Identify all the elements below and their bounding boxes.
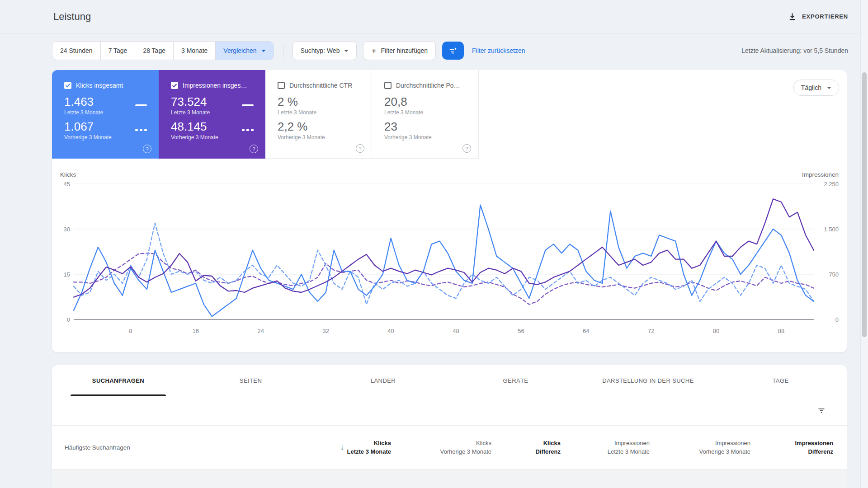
svg-text:8: 8 <box>129 328 132 334</box>
svg-text:64: 64 <box>583 328 589 334</box>
column-header-impressionen-vorherige-3-monate[interactable]: ImpressionenVorherige 3 Monate <box>650 439 750 456</box>
column-header-klicks-letzte-3-monate[interactable]: ↓KlicksLetzte 3 Monate <box>289 439 391 456</box>
tab-tage[interactable]: TAGE <box>714 365 847 396</box>
solid-line-key-icon <box>135 104 147 106</box>
sort-desc-icon: ↓ <box>340 443 344 451</box>
svg-text:Impressionen: Impressionen <box>802 171 839 178</box>
metric-label: Klicks insgesamt <box>76 82 123 89</box>
granularity-dropdown[interactable]: Täglich <box>793 80 839 96</box>
svg-text:40: 40 <box>387 328 394 334</box>
dimension-tabs: SUCHANFRAGENSEITENLÄNDERGERÄTEDARSTELLUN… <box>52 365 847 396</box>
performance-chart: KlicksImpressionen015304507501.5002.2508… <box>52 170 847 340</box>
svg-text:30: 30 <box>64 226 70 233</box>
metric-current-value: 2 % <box>278 95 364 108</box>
tab-seiten[interactable]: SEITEN <box>184 365 317 396</box>
tab-suchanfragen[interactable]: SUCHANFRAGEN <box>52 365 184 396</box>
export-button[interactable]: EXPORTIEREN <box>788 12 848 21</box>
svg-text:24: 24 <box>258 328 264 334</box>
checkbox-icon[interactable] <box>384 82 392 89</box>
performance-card: Klicks insgesamt 1.463 Letzte 3 Monate 1… <box>52 70 847 352</box>
scrollbar-thumb[interactable] <box>862 72 867 337</box>
reset-filters-link[interactable]: Filter zurücksetzen <box>472 47 525 54</box>
download-icon <box>788 12 797 21</box>
metric-previous-caption: Vorherige 3 Monate <box>384 134 471 141</box>
checkbox-icon[interactable] <box>278 82 285 89</box>
help-icon[interactable]: ? <box>462 144 471 153</box>
metric-current-caption: Letzte 3 Monate <box>171 109 258 116</box>
metric-card-ctr[interactable]: Durchschnittliche CTR 2 % Letzte 3 Monat… <box>265 70 372 159</box>
help-icon[interactable]: ? <box>356 144 364 153</box>
range-7d[interactable]: 7 Tage <box>101 42 136 60</box>
svg-text:15: 15 <box>64 271 70 278</box>
metric-current-caption: Letzte 3 Monate <box>384 109 471 116</box>
svg-text:80: 80 <box>713 328 719 334</box>
dashed-line-key-icon <box>242 129 254 131</box>
svg-text:48: 48 <box>453 328 459 334</box>
metric-current-value: 20,8 <box>384 95 471 108</box>
solid-line-key-icon <box>242 104 254 106</box>
filter-lines-icon[interactable] <box>817 406 826 415</box>
metric-previous-value: 23 <box>384 120 471 133</box>
granularity-label: Täglich <box>801 84 821 91</box>
checkbox-icon[interactable] <box>171 82 178 89</box>
table-row[interactable] <box>52 469 847 488</box>
table-first-column-header[interactable]: Häufigste Suchanfragen <box>65 444 289 451</box>
column-header-klicks-vorherige-3-monate[interactable]: KlicksVorherige 3 Monate <box>391 439 491 456</box>
metric-card-impressions[interactable]: Impressionen insges… 73.524 Letzte 3 Mon… <box>159 70 265 159</box>
metric-previous-value: 2,2 % <box>278 120 364 133</box>
tab-ger-te[interactable]: GERÄTE <box>449 365 582 396</box>
search-type-dropdown[interactable]: Suchtyp: Web <box>292 41 357 60</box>
top-bar: Leistung EXPORTIEREN <box>0 0 868 33</box>
svg-text:0: 0 <box>67 316 70 323</box>
svg-text:88: 88 <box>778 328 784 334</box>
compare-label: Vergleichen <box>223 47 256 54</box>
range-24h[interactable]: 24 Stunden <box>52 42 101 60</box>
metric-previous-caption: Vorherige 3 Monate <box>171 134 258 141</box>
svg-text:1.500: 1.500 <box>824 226 839 233</box>
svg-text:45: 45 <box>64 181 70 188</box>
compare-dropdown[interactable]: Vergleichen <box>216 42 273 60</box>
metric-card-clicks[interactable]: Klicks insgesamt 1.463 Letzte 3 Monate 1… <box>52 70 159 159</box>
chevron-down-icon <box>344 50 349 52</box>
divider <box>283 43 283 58</box>
dimensions-table-card: SUCHANFRAGENSEITENLÄNDERGERÄTEDARSTELLUN… <box>52 365 847 488</box>
column-header-impressionen-differenz[interactable]: ImpressionenDifferenz <box>750 439 833 456</box>
metric-label: Impressionen insges… <box>183 82 247 89</box>
metric-previous-caption: Vorherige 3 Monate <box>64 134 151 141</box>
filter-settings-button[interactable] <box>442 42 464 60</box>
column-header-klicks-differenz[interactable]: KlicksDifferenz <box>491 439 561 456</box>
svg-text:2.250: 2.250 <box>824 181 839 188</box>
page-title: Leistung <box>53 11 91 23</box>
svg-text:56: 56 <box>518 328 524 334</box>
range-3m[interactable]: 3 Monate <box>174 42 216 60</box>
svg-text:16: 16 <box>193 328 199 334</box>
plus-icon: + <box>371 47 376 55</box>
svg-text:Klicks: Klicks <box>60 171 76 178</box>
svg-text:750: 750 <box>829 271 839 278</box>
chevron-down-icon <box>827 87 831 89</box>
svg-text:72: 72 <box>648 328 654 334</box>
metric-previous-caption: Vorherige 3 Monate <box>278 134 364 141</box>
add-filter-button[interactable]: + Filter hinzufügen <box>363 41 436 60</box>
metric-current-caption: Letzte 3 Monate <box>278 109 364 116</box>
metric-label: Durchschnittliche CTR <box>289 82 352 89</box>
date-range-group: 24 Stunden 7 Tage 28 Tage 3 Monate Vergl… <box>52 41 274 60</box>
metric-label: Durchschnittliche Po… <box>396 82 460 89</box>
tab-darstellung-in-der-suche[interactable]: DARSTELLUNG IN DER SUCHE <box>582 365 714 396</box>
metric-current-caption: Letzte 3 Monate <box>64 109 151 116</box>
help-icon[interactable]: ? <box>143 145 151 153</box>
svg-text:32: 32 <box>322 328 329 334</box>
filter-bar: 24 Stunden 7 Tage 28 Tage 3 Monate Vergl… <box>0 33 868 60</box>
column-header-impressionen-letzte-3-monate[interactable]: ImpressionenLetzte 3 Monate <box>561 439 650 456</box>
page-scrollbar <box>860 0 868 488</box>
help-icon[interactable]: ? <box>250 145 258 153</box>
metric-card-position[interactable]: Durchschnittliche Po… 20,8 Letzte 3 Mona… <box>372 70 479 159</box>
checkbox-icon[interactable] <box>64 82 71 89</box>
tab-l-nder[interactable]: LÄNDER <box>317 365 449 396</box>
range-28d[interactable]: 28 Tage <box>135 42 174 60</box>
line-chart-svg: KlicksImpressionen015304507501.5002.2508… <box>52 170 847 338</box>
table-toolbar <box>52 396 847 426</box>
export-label: EXPORTIEREN <box>802 13 848 20</box>
svg-text:0: 0 <box>835 316 839 323</box>
table-header-row: Häufigste Suchanfragen ↓KlicksLetzte 3 M… <box>52 426 847 469</box>
